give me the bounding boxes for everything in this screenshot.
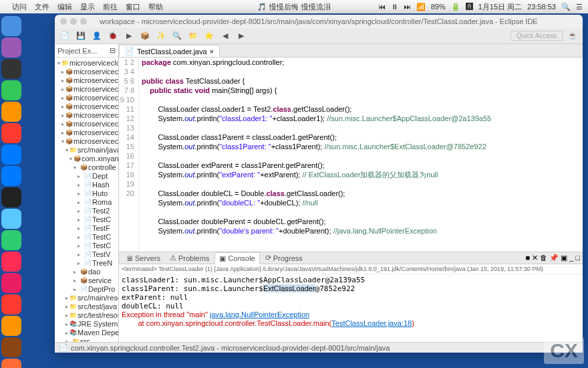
- wifi-icon[interactable]: 📶: [416, 3, 426, 11]
- menu-visit[interactable]: 访问: [12, 2, 27, 12]
- tree-item[interactable]: ▸📄Hash: [55, 181, 118, 189]
- menu-window[interactable]: 窗口: [126, 2, 140, 12]
- dock-item-10[interactable]: [1, 230, 21, 250]
- tab-console[interactable]: ▣Console: [214, 252, 259, 264]
- menu-help[interactable]: 帮助: [148, 2, 163, 12]
- quick-access-input[interactable]: Quick Access: [510, 31, 563, 41]
- tree-item[interactable]: ▸📄Dept: [55, 172, 118, 181]
- close-icon[interactable]: ×: [210, 48, 214, 56]
- tab-problems[interactable]: ⚠Problems: [166, 252, 213, 264]
- toolbar-debug-icon[interactable]: 🐞: [107, 30, 119, 42]
- tree-item[interactable]: ▸📄TestV: [55, 250, 118, 259]
- toolbar-forward-icon[interactable]: ▶: [235, 30, 247, 42]
- console-clear-icon[interactable]: 🗑: [540, 254, 547, 262]
- music-icon: 🎵: [257, 3, 267, 11]
- tree-item[interactable]: ▸📦service: [55, 276, 118, 285]
- dock-item-8[interactable]: [1, 187, 21, 207]
- media-next-icon[interactable]: ⏭: [404, 3, 411, 11]
- dock-item-12[interactable]: [1, 273, 21, 293]
- dock-item-4[interactable]: [1, 102, 21, 122]
- editor-tab[interactable]: 📄 TestClassLoader.java ×: [119, 45, 220, 57]
- tree-item[interactable]: ▾📁src/main/java: [55, 146, 118, 155]
- menu-edit[interactable]: 编辑: [57, 2, 72, 12]
- tree-item[interactable]: ▸📦microservicecloud: [55, 85, 118, 94]
- menu-go[interactable]: 前往: [103, 2, 118, 12]
- tree-item[interactable]: ▸📦microservicecloud: [55, 76, 118, 85]
- toolbar-wand-icon[interactable]: ✨: [155, 30, 167, 42]
- tree-item[interactable]: ▸📄TestC: [55, 242, 118, 250]
- tree-item[interactable]: ▸📄Test2: [55, 207, 118, 215]
- tree-item[interactable]: ▸📦microservicecloud: [55, 68, 118, 76]
- dock-item-16[interactable]: [1, 359, 21, 368]
- toolbar-save-icon[interactable]: 💾: [75, 30, 87, 42]
- tree-item[interactable]: ▸📦microservicecloud: [55, 94, 118, 102]
- collapse-icon[interactable]: ⊟: [110, 46, 116, 55]
- tab-progress[interactable]: ⟳Progress: [261, 252, 307, 264]
- project-tree[interactable]: ▾📁microservicecloud▸📦microservicecloud▸📦…: [55, 58, 118, 342]
- tree-item[interactable]: ▸📚Maven Depend: [55, 329, 118, 337]
- tree-item[interactable]: ▸📄TestF: [55, 224, 118, 233]
- tree-item[interactable]: ▸📁src/test/resour: [55, 311, 118, 320]
- toolbar-run-icon[interactable]: ▶: [123, 30, 135, 42]
- tree-item[interactable]: ▸📦microservicecloud: [55, 111, 118, 120]
- menu-view[interactable]: 显示: [80, 2, 95, 12]
- console-stop-icon[interactable]: ■: [526, 254, 531, 262]
- tree-item[interactable]: ▾📦controlle: [55, 163, 118, 172]
- macos-dock: [1, 16, 24, 368]
- perspective-java-icon[interactable]: ☕: [567, 30, 579, 42]
- dock-item-13[interactable]: [1, 294, 21, 314]
- menu-file[interactable]: 文件: [35, 2, 49, 12]
- dock-item-14[interactable]: [1, 316, 21, 336]
- dock-item-9[interactable]: [1, 209, 21, 229]
- code-content[interactable]: package com.xinyan.springcloud.controlle…: [139, 58, 583, 252]
- console-output[interactable]: classLoader1: sun.misc.Launcher$AppClass…: [119, 274, 583, 342]
- toolbar-user-icon[interactable]: 👤: [91, 30, 103, 42]
- console-display-icon[interactable]: ▣: [561, 254, 567, 262]
- search-icon[interactable]: 🔍: [561, 3, 571, 11]
- toolbar-back-icon[interactable]: ◀: [219, 30, 231, 42]
- media-prev-icon[interactable]: ⏮: [378, 3, 386, 11]
- console-min-icon[interactable]: _: [569, 254, 573, 262]
- tree-item[interactable]: ▸📚JRE System Lit: [55, 320, 118, 329]
- battery-icon[interactable]: 🔋: [451, 3, 460, 11]
- tree-item[interactable]: ▾📁microservicecloud: [55, 59, 118, 68]
- tab-servers[interactable]: 🖥Servers: [122, 253, 164, 264]
- toolbar-new-icon[interactable]: 📄: [59, 30, 71, 42]
- tree-item[interactable]: ▾📦com.xinyan...: [55, 155, 118, 163]
- dock-item-1[interactable]: [1, 37, 21, 58]
- tree-item[interactable]: ▸📁src: [55, 337, 118, 342]
- tree-item[interactable]: ▸📄Roma: [55, 198, 118, 207]
- traffic-lights[interactable]: [60, 18, 87, 25]
- dock-item-0[interactable]: [1, 16, 21, 36]
- dock-item-7[interactable]: [1, 166, 21, 186]
- toolbar-search-icon[interactable]: 🔍: [171, 30, 183, 42]
- tree-item[interactable]: ▸📄DeptPro: [55, 285, 118, 294]
- tree-item[interactable]: ▸📦dao: [55, 268, 118, 276]
- console-max-icon[interactable]: □: [575, 254, 580, 262]
- dock-item-6[interactable]: [1, 145, 21, 165]
- dock-item-2[interactable]: [1, 59, 21, 79]
- tree-item[interactable]: ▸📄TestC: [55, 215, 118, 224]
- tree-item[interactable]: ▸📦microservicecloud: [55, 102, 118, 111]
- tree-item[interactable]: ▸📦microservicecloud: [55, 128, 118, 137]
- dock-item-3[interactable]: [1, 80, 21, 100]
- toolbar-folder-icon[interactable]: 📁: [187, 30, 199, 42]
- dock-item-15[interactable]: [1, 337, 21, 357]
- tree-item[interactable]: ▸📁src/test/java: [55, 302, 118, 311]
- dock-item-11[interactable]: [1, 252, 21, 272]
- tree-item[interactable]: ▸📦microservicecloud: [55, 120, 118, 128]
- tree-item[interactable]: ▸📄Huto: [55, 189, 118, 198]
- code-editor[interactable]: 1 2 3 4 5 6 7 8 9 10 11 12 13 14 15 16 1…: [119, 58, 583, 252]
- toolbar-task-icon[interactable]: ⭐: [203, 30, 215, 42]
- toolbar-package-icon[interactable]: 📦: [139, 30, 151, 42]
- console-remove-icon[interactable]: ✕: [532, 254, 538, 262]
- dock-item-5[interactable]: [1, 123, 21, 143]
- tree-item[interactable]: ▸📄TreeN: [55, 259, 118, 268]
- media-pause-icon[interactable]: ⏸: [391, 3, 398, 11]
- notifications-icon[interactable]: ☰: [576, 3, 583, 11]
- console-pin-icon[interactable]: 📌: [549, 254, 559, 262]
- tree-item[interactable]: ▸📄TestC: [55, 233, 118, 242]
- tree-item[interactable]: ▸📁src/main/resou: [55, 294, 118, 302]
- tree-item[interactable]: ▾📦microservicecloud: [55, 137, 118, 146]
- input-icon[interactable]: 🅰: [466, 3, 473, 11]
